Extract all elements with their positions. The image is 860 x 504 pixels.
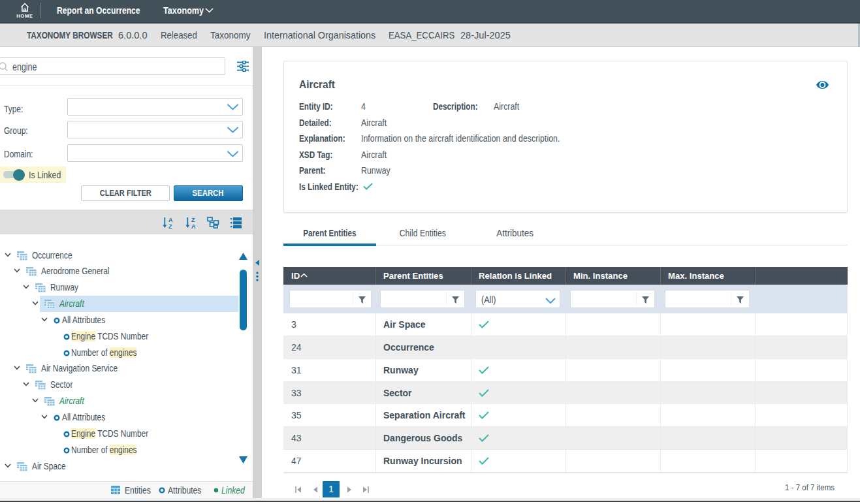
svg-text:A: A: [191, 223, 196, 229]
svg-text:Z: Z: [168, 223, 172, 229]
svg-text:Z: Z: [191, 217, 195, 223]
svg-text:A: A: [168, 217, 173, 223]
